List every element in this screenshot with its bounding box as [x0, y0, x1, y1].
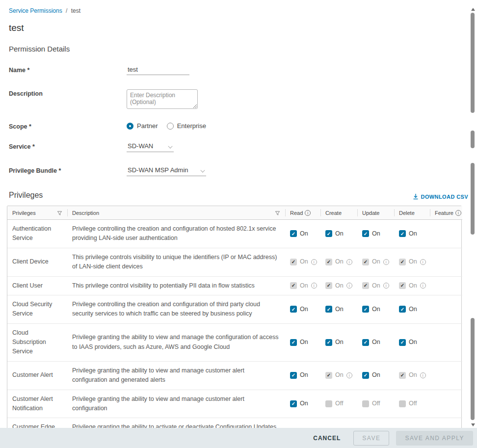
checkbox-checked-update[interactable]: ✓ [362, 372, 369, 379]
cell-feature [430, 276, 462, 295]
checkbox-state-label: On [409, 338, 417, 347]
checkbox-checked-create[interactable]: ✓ [325, 306, 332, 313]
filter-icon[interactable] [57, 211, 62, 216]
form-row-name: Name * [9, 66, 477, 75]
scrollbar-thumb[interactable] [471, 318, 475, 420]
save-and-apply-button[interactable]: SAVE AND APPLY [396, 431, 473, 446]
privilege-description: Privilege granting the ability to view a… [67, 323, 285, 361]
info-icon[interactable]: i [420, 283, 426, 289]
checkbox-checked-update[interactable]: ✓ [362, 230, 369, 237]
scope-radio-enterprise[interactable]: Enterprise [167, 122, 206, 130]
form-row-scope: Scope * Partner Enterprise [9, 122, 477, 130]
cell-read: ✓On [285, 361, 320, 390]
table-header-row: Privileges Description Readi Create Upda… [7, 206, 462, 220]
checkbox-checked-create[interactable]: ✓ [325, 230, 332, 237]
info-icon[interactable]: i [383, 259, 389, 265]
checkbox-state-label: On [409, 257, 417, 266]
cell-delete: ✓On [394, 295, 430, 323]
checkbox-checked-delete[interactable]: ✓ [399, 306, 406, 313]
checkbox-state-label: On [409, 370, 417, 380]
checkbox-checked-update: ✓ [362, 282, 369, 289]
checkbox-state-label: On [409, 281, 417, 290]
scrollbar-thumb[interactable] [471, 13, 475, 113]
create-column-label: Create [325, 210, 342, 216]
cell-update: ✓On [357, 323, 394, 361]
download-csv-button[interactable]: DOWNLOAD CSV [413, 193, 468, 200]
info-icon[interactable]: i [420, 372, 426, 378]
privilege-description: This privilege control visibility to pot… [67, 276, 285, 295]
info-icon[interactable]: i [346, 283, 352, 289]
privilege-bundle-select[interactable]: SD-WAN MSP Admin [127, 166, 206, 176]
cell-read: ✓On [285, 323, 320, 361]
cell-read: ✓On [285, 295, 320, 323]
checkbox-state-label: On [300, 305, 308, 314]
info-icon[interactable]: i [346, 372, 352, 378]
description-textarea[interactable] [127, 89, 198, 109]
info-icon[interactable]: i [420, 259, 426, 265]
checkbox-state-label: On [335, 229, 344, 238]
save-button[interactable]: SAVE [353, 431, 389, 446]
column-header-description: Description [67, 206, 285, 220]
checkbox-state-label: Off [372, 399, 380, 408]
column-header-privileges: Privileges [7, 206, 67, 220]
name-input[interactable] [127, 66, 189, 75]
checkbox-state-label: On [335, 338, 344, 347]
scope-radio-group: Partner Enterprise [127, 122, 206, 130]
info-icon[interactable]: i [311, 283, 317, 289]
checkbox-checked-update[interactable]: ✓ [362, 306, 369, 313]
checkbox-checked-create[interactable]: ✓ [325, 339, 332, 346]
checkbox-checked-read[interactable]: ✓ [290, 400, 297, 407]
checkbox-state-label: On [372, 229, 380, 238]
info-icon[interactable]: i [383, 283, 389, 289]
checkbox-checked-delete[interactable]: ✓ [399, 230, 406, 237]
scrollbar-thumb[interactable] [471, 163, 475, 235]
breadcrumb: Service Permissions / test [0, 0, 477, 14]
scope-radio-partner[interactable]: Partner [127, 122, 158, 130]
cell-delete: ✓On [394, 323, 430, 361]
cell-feature [430, 248, 462, 276]
cell-update: ✓On [357, 295, 394, 323]
description-column-label: Description [72, 210, 99, 216]
checkbox-state-label: On [335, 257, 344, 266]
cell-create: ✓On [320, 323, 357, 361]
info-icon[interactable]: i [311, 259, 317, 265]
breadcrumb-service-permissions-link[interactable]: Service Permissions [9, 7, 62, 14]
column-header-create: Create [320, 206, 357, 220]
checkbox-checked-read: ✓ [290, 282, 297, 289]
privilege-name: Customer Alert Notification [7, 390, 67, 418]
section-title-permission-details: Permission Details [9, 45, 477, 53]
info-icon[interactable]: i [346, 259, 352, 265]
cell-read: ✓On [285, 390, 320, 418]
checkbox-state-label: On [335, 305, 344, 314]
privileges-table: Privileges Description Readi Create Upda… [7, 206, 462, 448]
checkbox-checked-update[interactable]: ✓ [362, 339, 369, 346]
checkbox-checked-read[interactable]: ✓ [290, 306, 297, 313]
checkbox-checked-delete[interactable]: ✓ [399, 339, 406, 346]
checkbox-state-label: On [372, 257, 380, 266]
table-row: Client DeviceThis privilege controls vis… [7, 248, 462, 276]
scroll-up-arrow-icon[interactable] [471, 8, 475, 11]
cancel-button[interactable]: CANCEL [313, 435, 341, 442]
checkbox-state-label: On [300, 257, 308, 266]
scrollbar-thumb[interactable] [471, 131, 475, 148]
cell-read: ✓Oni [285, 276, 320, 295]
privilege-description: This privilege controls visibility to un… [67, 248, 285, 276]
info-icon[interactable]: i [305, 210, 311, 216]
checkbox-checked-delete: ✓ [399, 372, 406, 379]
checkbox-state-label: On [372, 370, 380, 380]
checkbox-checked-read[interactable]: ✓ [290, 230, 297, 237]
privileges-column-label: Privileges [12, 210, 36, 216]
checkbox-state-label: On [409, 229, 417, 238]
scrollbar [470, 0, 476, 428]
info-icon[interactable]: i [455, 210, 461, 216]
scroll-down-arrow-icon[interactable] [471, 423, 475, 426]
filter-icon[interactable] [275, 211, 280, 216]
privilege-description: Privilege controlling the creation and c… [67, 220, 285, 248]
privilege-bundle-selected-value: SD-WAN MSP Admin [128, 166, 188, 174]
feature-column-label: Feature [435, 210, 453, 216]
checkbox-checked-read[interactable]: ✓ [290, 339, 297, 346]
checkbox-checked-read[interactable]: ✓ [290, 372, 297, 379]
breadcrumb-separator: / [66, 7, 67, 14]
radio-unchecked-icon [167, 123, 174, 130]
service-select[interactable]: SD-WAN [127, 142, 174, 152]
